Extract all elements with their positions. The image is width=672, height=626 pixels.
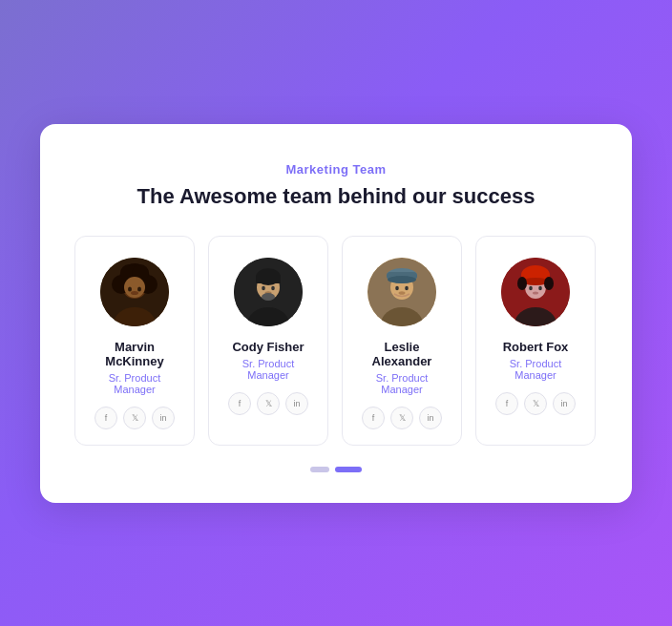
social-icons-leslie: f 𝕏 in <box>362 407 442 429</box>
svg-point-9 <box>128 286 132 291</box>
svg-point-16 <box>271 285 275 289</box>
team-card-cody: Cody Fisher Sr. Product Manager f 𝕏 in <box>208 236 328 446</box>
carousel-dots <box>74 467 598 472</box>
section-title: The Awesome team behind our success <box>74 184 598 209</box>
facebook-btn-marvin[interactable]: f <box>94 407 117 429</box>
team-card-container: Marketing Team The Awesome team behind o… <box>40 124 632 503</box>
svg-point-39 <box>517 277 527 290</box>
linkedin-btn-leslie[interactable]: in <box>419 407 442 429</box>
twitter-btn-cody[interactable]: 𝕏 <box>257 392 280 415</box>
member-name-robert: Robert Fox <box>503 340 569 354</box>
social-icons-cody: f 𝕏 in <box>228 392 308 415</box>
facebook-btn-leslie[interactable]: f <box>362 407 385 429</box>
svg-point-26 <box>399 291 406 295</box>
svg-point-24 <box>395 285 399 289</box>
twitter-btn-leslie[interactable]: 𝕏 <box>390 407 413 429</box>
svg-point-40 <box>544 277 554 290</box>
svg-point-15 <box>262 285 265 289</box>
svg-rect-19 <box>256 277 281 283</box>
member-role-cody: Sr. Product Manager <box>224 358 312 381</box>
team-card-leslie: Leslie Alexander Sr. Product Manager f 𝕏… <box>342 236 462 446</box>
svg-point-34 <box>538 285 542 289</box>
member-role-leslie: Sr. Product Manager <box>358 372 446 395</box>
team-card-robert: Robert Fox Sr. Product Manager f 𝕏 in <box>475 236 596 446</box>
member-name-leslie: Leslie Alexander <box>358 340 446 368</box>
social-icons-marvin: f 𝕏 in <box>94 407 175 429</box>
linkedin-btn-robert[interactable]: in <box>553 392 576 415</box>
avatar-marvin <box>100 258 169 326</box>
linkedin-btn-marvin[interactable]: in <box>152 407 175 429</box>
svg-point-20 <box>262 293 275 301</box>
twitter-btn-marvin[interactable]: 𝕏 <box>123 407 146 429</box>
svg-point-35 <box>533 291 538 294</box>
facebook-btn-robert[interactable]: f <box>495 392 518 415</box>
svg-point-33 <box>529 285 533 289</box>
dot-2[interactable] <box>335 467 362 472</box>
avatar-cody <box>234 258 303 326</box>
member-role-robert: Sr. Product Manager <box>492 358 579 381</box>
facebook-btn-cody[interactable]: f <box>228 392 251 415</box>
svg-point-29 <box>388 276 416 283</box>
svg-point-10 <box>137 286 141 291</box>
avatar-leslie <box>368 258 436 326</box>
avatar-robert <box>501 258 570 326</box>
section-label: Marketing Team <box>74 162 598 177</box>
linkedin-btn-cody[interactable]: in <box>285 392 308 415</box>
twitter-btn-robert[interactable]: 𝕏 <box>524 392 547 415</box>
dot-1[interactable] <box>310 467 329 472</box>
member-name-marvin: Marvin McKinney <box>91 340 178 368</box>
team-grid: Marvin McKinney Sr. Product Manager f 𝕏 … <box>74 236 598 446</box>
team-card-marvin: Marvin McKinney Sr. Product Manager f 𝕏 … <box>74 236 195 446</box>
member-role-marvin: Sr. Product Manager <box>91 372 178 395</box>
social-icons-robert: f 𝕏 in <box>495 392 576 415</box>
svg-point-25 <box>405 285 409 289</box>
member-name-cody: Cody Fisher <box>232 340 304 354</box>
svg-point-11 <box>131 291 138 295</box>
